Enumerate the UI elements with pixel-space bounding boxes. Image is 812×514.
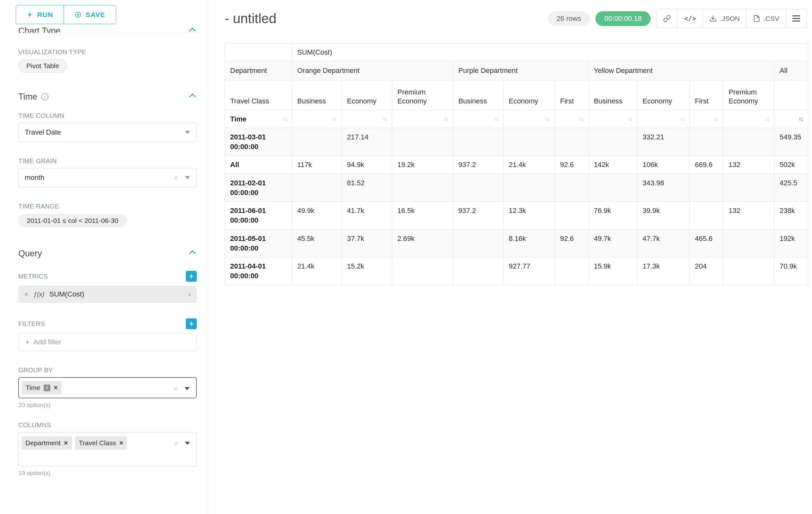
download-csv-button[interactable]: .CSV: [746, 9, 786, 28]
sort-icon[interactable]: ↑↓: [714, 116, 718, 123]
value-cell: 70.9k: [775, 257, 808, 285]
run-button[interactable]: RUN: [16, 5, 63, 24]
sort-icon[interactable]: ↑↓: [765, 116, 769, 123]
chart-type-section: Chart Type: [18, 24, 197, 33]
sort-header-flex: ↑↓: [729, 116, 769, 123]
sort-icon[interactable]: ↑↓: [680, 116, 684, 123]
value-cell: 669.6: [690, 156, 723, 174]
metric-option[interactable]: × ƒ(x) SUM(Cost) ›: [18, 286, 197, 303]
pivot-row: 2011-02-01 00:00:0081.52343.98425.5: [225, 174, 808, 202]
add-filter-button[interactable]: + Add filter: [18, 333, 197, 351]
link-icon: [663, 15, 671, 23]
add-filter-plus-button[interactable]: +: [186, 318, 197, 329]
time-header-flex: Time↑↓: [230, 115, 287, 124]
actions-bar: RUN SAVE: [0, 0, 208, 24]
sort-header-flex: ↑↓: [695, 116, 718, 123]
time-range-pill[interactable]: 2011-01-01 ≤ col < 2011-06-30: [18, 214, 127, 227]
row-label-cell: 2011-04-01 00:00:00: [225, 257, 292, 285]
sort-icon[interactable]: ↑↓: [545, 116, 549, 123]
department-header-cell: Department: [225, 61, 292, 80]
save-button[interactable]: SAVE: [63, 5, 116, 24]
sort-icon[interactable]: ↑↓: [799, 116, 803, 123]
info-icon: i: [41, 93, 49, 101]
run-save-button-group: RUN SAVE: [16, 5, 116, 24]
value-cell: 39.9k: [637, 202, 690, 229]
class-header-cell: First: [690, 80, 723, 110]
visualization-type-pill[interactable]: Pivot Table: [18, 59, 67, 73]
remove-chip-icon[interactable]: ×: [64, 439, 68, 447]
time-column-select[interactable]: Travel Date: [18, 123, 197, 142]
chevron-up-icon[interactable]: [189, 93, 196, 100]
time-header-label: Time: [230, 115, 246, 124]
value-cell: [292, 174, 342, 202]
value-cell: 12.3k: [503, 202, 555, 229]
pivot-table-container: SUM(Cost)DepartmentOrange DepartmentPurp…: [225, 44, 807, 285]
remove-chip-icon[interactable]: ×: [54, 384, 58, 392]
class-header-cell: Economy: [503, 80, 555, 110]
sort-icon[interactable]: ↑↓: [494, 116, 498, 123]
sort-header-cell: ↑↓: [637, 110, 690, 128]
copy-link-button[interactable]: [656, 9, 677, 28]
chevron-down-icon[interactable]: [185, 442, 190, 445]
sort-icon[interactable]: ↑↓: [283, 116, 287, 123]
sort-header-flex: ↑↓: [397, 116, 448, 123]
chevron-up-icon[interactable]: [189, 250, 196, 257]
time-section-header[interactable]: Time i: [18, 83, 197, 105]
sort-icon[interactable]: ↑↓: [443, 116, 448, 123]
pivot-row: 2011-04-01 00:00:0021.4k15.2k927.7715.9k…: [225, 257, 808, 285]
chart-type-section-header[interactable]: Chart Type: [18, 24, 197, 33]
group-by-chip[interactable]: Time i ×: [22, 381, 62, 395]
row-label-cell: All: [225, 156, 292, 174]
code-icon: </>: [684, 15, 696, 23]
clear-icon[interactable]: ×: [174, 438, 178, 449]
value-cell: 81.52: [342, 174, 392, 202]
sort-icon[interactable]: ↑↓: [332, 116, 336, 123]
value-cell: 132: [723, 202, 775, 229]
sort-icon[interactable]: ↑↓: [628, 116, 632, 123]
chart-menu-button[interactable]: [786, 9, 807, 28]
download-json-button[interactable]: .JSON: [702, 9, 747, 28]
clear-icon[interactable]: ×: [173, 384, 178, 394]
time-grain-select[interactable]: month ×: [18, 168, 197, 187]
metric-name: SUM(Cost): [49, 290, 84, 298]
columns-chip[interactable]: Travel Class ×: [75, 436, 127, 450]
clear-icon[interactable]: ×: [174, 173, 178, 183]
columns-select[interactable]: Department × Travel Class × ×: [18, 432, 197, 466]
value-cell: [723, 128, 775, 156]
columns-options-hint: 19 option(s): [18, 470, 197, 477]
chevron-down-icon[interactable]: [184, 387, 190, 390]
sort-header-cell: ↑↓: [342, 110, 392, 128]
row-label-cell: 2011-06-01 00:00:00: [225, 202, 292, 229]
chart-type-heading: Chart Type: [18, 26, 61, 33]
value-cell: 49.7k: [589, 229, 637, 257]
remove-chip-icon[interactable]: ×: [119, 439, 123, 447]
add-metric-button[interactable]: +: [186, 271, 197, 282]
value-cell: [292, 128, 342, 156]
chevron-right-icon[interactable]: ›: [188, 290, 191, 299]
time-column-label: TIME COLUMN: [18, 112, 197, 119]
value-cell: [690, 174, 723, 202]
remove-metric-icon[interactable]: ×: [24, 290, 29, 299]
chevron-up-icon[interactable]: [189, 28, 196, 33]
class-header-cell: Business: [292, 80, 342, 110]
columns-chip[interactable]: Department ×: [22, 436, 72, 450]
chip-label: Travel Class: [79, 439, 116, 447]
sort-icon[interactable]: ↑↓: [579, 116, 583, 123]
view-query-button[interactable]: </>: [677, 9, 703, 28]
time-column-value: Travel Date: [25, 128, 61, 137]
department-group-header: Orange Department: [292, 61, 453, 80]
chart-title: - untitled: [225, 11, 276, 26]
pivot-row: 2011-06-01 00:00:0049.9k41.7k16.5k937.21…: [225, 202, 808, 229]
query-section-title: Query: [18, 249, 42, 259]
sort-header-flex: ↑↓: [458, 116, 498, 123]
lightning-icon: [27, 11, 33, 18]
value-cell: [392, 128, 453, 156]
hamburger-menu-icon: [792, 16, 800, 22]
query-section-header[interactable]: Query: [18, 240, 197, 262]
sort-header-flex: ↑↓: [642, 116, 684, 123]
value-cell: 927.77: [503, 257, 555, 285]
control-panel-scroll[interactable]: Chart Type VISUALIZATION TYPE Pivot Tabl…: [0, 24, 208, 514]
sort-icon[interactable]: ↑↓: [383, 116, 387, 123]
group-by-select[interactable]: Time i × ×: [18, 377, 197, 398]
sort-header-flex: ↑↓: [297, 116, 336, 123]
